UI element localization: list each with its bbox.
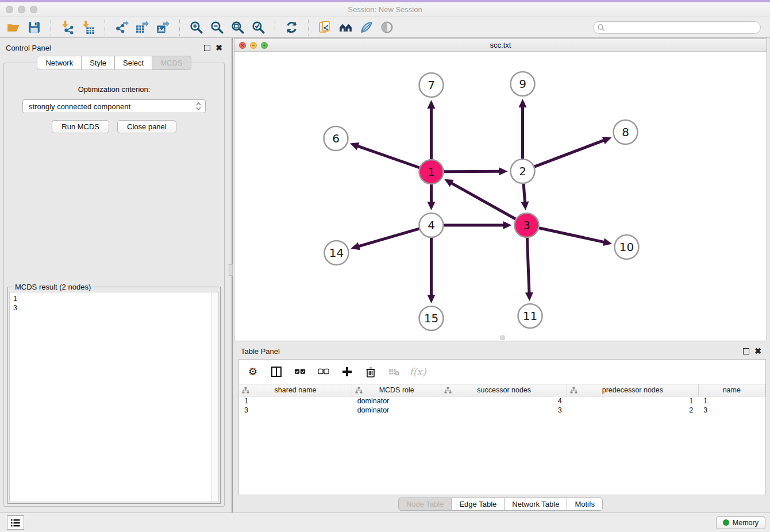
column-header-MCDS-role[interactable]: MCDS role [352,384,441,396]
graph-node-label-8: 8 [622,125,629,139]
application-window: Session: New Session [0,0,770,532]
open-session-icon[interactable] [6,20,21,35]
arrowhead-2-9 [519,99,527,107]
memory-button[interactable]: Memory [716,516,765,529]
zoom-selected-icon[interactable] [251,20,266,35]
zoom-fit-icon[interactable] [230,20,245,35]
import-table-icon[interactable] [80,20,96,35]
float-table-panel-button[interactable] [743,348,749,354]
close-panel-icon[interactable]: ✖ [215,45,222,51]
unselect-all-columns-icon[interactable] [317,365,330,379]
arrowhead-1-6 [350,142,359,150]
splitter-handle[interactable] [229,264,233,276]
tab-style[interactable]: Style [82,56,115,70]
right-column: × − + scc.txt 7968124314101511 Table Pan… [233,38,770,512]
main-toolbar [0,17,770,38]
mcds-result-groupbox: MCDS result (2 nodes) 1 3 [7,287,221,504]
import-network-icon[interactable] [60,20,75,35]
column-layout-icon[interactable] [270,365,283,379]
graph-node-label-7: 7 [428,78,435,92]
edge-4-14[interactable] [357,229,419,247]
mcds-tab-panel: Optimization criterion: strongly connect… [3,63,225,507]
edge-2-8[interactable] [534,140,606,167]
graph-node-label-6: 6 [332,132,340,145]
close-table-panel-icon[interactable]: ✖ [754,348,761,354]
toolbar-separator [51,20,51,36]
tab-edge-table[interactable]: Edge Table [452,498,505,511]
home-icon[interactable] [338,20,353,35]
mcds-result-text: 1 3 [10,292,211,502]
main-area: Control Panel ✖ NetworkStyleSelectMCDS O… [0,38,770,512]
edge-1-2[interactable] [444,171,501,172]
column-header-shared-name[interactable]: shared name [239,384,352,396]
criterion-select-value: strongly connected component [29,102,195,111]
edge-3-10[interactable] [539,228,606,242]
graph-node-label-2: 2 [519,164,526,178]
edge-3-11[interactable] [527,238,529,295]
brush-icon[interactable] [359,20,374,35]
column-header-name[interactable]: name [698,384,765,396]
chevron-up-down-icon [195,102,202,111]
mcds-result-title: MCDS result (2 nodes) [13,283,93,291]
function-builder-icon[interactable]: f(x) [411,365,425,379]
arrowhead-1-7 [428,100,436,109]
toolbar-separator [179,20,180,36]
arrowhead-3-11 [525,292,533,301]
save-session-icon[interactable] [26,20,42,35]
network-window-titlebar[interactable]: × − + scc.txt [234,39,767,52]
edge-1-6[interactable] [356,145,419,168]
toolbar-separator [275,20,275,36]
close-panel-button[interactable]: Close panel [117,120,176,133]
task-history-button[interactable] [7,515,24,530]
control-panel: Control Panel ✖ NetworkStyleSelectMCDS O… [0,38,228,512]
delete-table-icon[interactable] [387,365,401,379]
criterion-select[interactable]: strongly connected component [22,99,206,113]
tab-network[interactable]: Network [37,56,82,70]
export-network-icon[interactable] [114,20,129,35]
tab-node-table[interactable]: Node Table [398,498,452,511]
zoom-in-icon[interactable] [188,20,204,35]
result-scrollbar[interactable] [211,292,218,502]
column-header-successor-nodes[interactable]: successor nodes [441,384,567,396]
network-graph: 7968124314101511 [234,52,767,341]
table-row[interactable]: 3dominator323 [239,406,765,415]
zoom-out-icon[interactable] [209,20,225,35]
network-canvas[interactable]: 7968124314101511 [234,52,767,341]
network-window-title: scc.txt [234,41,767,49]
list-icon [10,519,21,527]
table-panel-box: ⚙ f(x) shared nameMCDS rolesuccessor nod… [238,359,766,495]
node-table[interactable]: shared nameMCDS rolesuccessor nodesprede… [239,384,765,415]
control-panel-header: Control Panel ✖ [0,41,228,56]
search-input[interactable] [593,21,761,34]
tab-select[interactable]: Select [115,56,152,70]
panel-splitter[interactable] [228,38,233,512]
delete-column-icon[interactable] [364,365,378,379]
table-row[interactable]: 1dominator411 [239,396,765,406]
arrowhead-4-15 [428,295,436,303]
refresh-icon[interactable] [284,20,299,35]
eye-icon[interactable] [379,20,395,35]
arrowhead-1-4 [428,202,436,210]
tab-network-table[interactable]: Network Table [505,498,567,511]
toolbar-separator [105,20,105,36]
edge-3-1[interactable] [450,182,516,219]
graph-node-label-3: 3 [523,218,530,232]
control-panel-empty-space [4,133,224,287]
add-column-icon[interactable] [340,365,354,379]
settings-gear-icon[interactable]: ⚙ [246,365,260,379]
tab-motifs[interactable]: Motifs [567,498,603,511]
column-header-predecessor-nodes[interactable]: predecessor nodes [567,384,699,396]
export-table-icon[interactable] [134,20,150,35]
network-resize-handle[interactable] [500,336,505,340]
export-image-icon[interactable] [155,20,171,35]
toolbar-separator [308,20,309,36]
tab-mcds[interactable]: MCDS [152,56,191,70]
arrowhead-1-2 [499,167,507,175]
edge-2-3[interactable] [523,184,525,204]
duplicate-network-icon[interactable] [317,20,333,35]
select-all-columns-icon[interactable] [293,365,307,379]
search-icon [597,24,605,32]
float-panel-button[interactable] [204,45,210,51]
run-mcds-button[interactable]: Run MCDS [52,120,109,133]
control-panel-tabs: NetworkStyleSelectMCDS [0,56,228,70]
